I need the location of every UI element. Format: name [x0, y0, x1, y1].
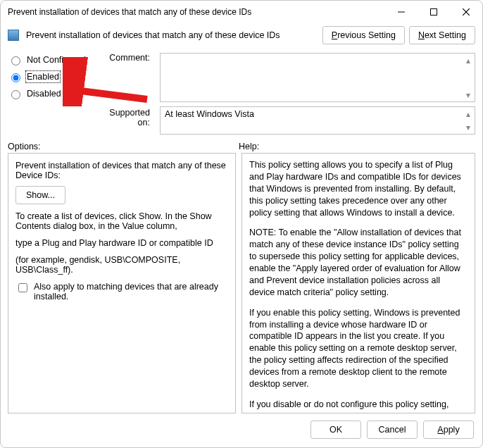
policy-icon [8, 30, 19, 41]
also-apply-checkbox[interactable] [18, 283, 27, 292]
scroll-down-icon[interactable]: ▾ [463, 122, 473, 132]
help-p1: This policy setting allows you to specif… [249, 159, 468, 218]
options-desc-1: To create a list of devices, click Show.… [15, 211, 228, 231]
help-p3: If you enable this policy setting, Windo… [249, 307, 468, 390]
footer: OK Cancel Apply [1, 413, 482, 447]
scroll-up-icon[interactable]: ▴ [463, 108, 473, 119]
next-setting-button[interactable]: Next Setting [409, 26, 475, 44]
options-heading: Options: [8, 142, 239, 151]
config-section: Not Configured Enabled Disabled Comment:… [1, 50, 482, 135]
radio-not-configured-input[interactable] [11, 56, 20, 66]
supported-on-text: At least Windows Vista [165, 109, 254, 119]
comment-textarea[interactable]: ▴ ▾ [160, 53, 475, 102]
svg-rect-1 [431, 9, 437, 15]
show-button[interactable]: Show... [15, 186, 65, 204]
previous-setting-button[interactable]: Previous Setting [322, 26, 405, 44]
options-pane: Prevent installation of devices that mat… [8, 153, 236, 413]
supported-label: Supported on: [99, 108, 150, 127]
scroll-down-icon[interactable]: ▾ [463, 89, 473, 100]
radio-disabled-label: Disabled [27, 89, 61, 99]
minimize-button[interactable] [385, 1, 418, 23]
radio-disabled[interactable]: Disabled [8, 88, 92, 99]
options-heading-text: Prevent installation of devices that mat… [15, 161, 228, 180]
help-heading: Help: [239, 142, 259, 151]
help-p2: NOTE: To enable the "Allow installation … [249, 227, 468, 298]
window-title: Prevent installation of devices that mat… [8, 7, 385, 17]
radio-not-configured[interactable]: Not Configured [8, 54, 92, 66]
radio-enabled[interactable]: Enabled [8, 71, 92, 82]
radio-not-configured-label: Not Configured [27, 55, 86, 65]
header: Prevent installation of devices that mat… [1, 23, 482, 50]
options-desc-3: (for example, gendisk, USB\COMPOSITE, US… [15, 255, 228, 275]
radio-enabled-input[interactable] [11, 73, 20, 82]
supported-on-box: At least Windows Vista ▴ ▾ [160, 106, 475, 135]
options-desc-2: type a Plug and Play hardware ID or comp… [15, 238, 228, 248]
maximize-button[interactable] [418, 1, 450, 23]
close-button[interactable] [450, 1, 482, 23]
header-title: Prevent installation of devices that mat… [26, 30, 315, 40]
scroll-up-icon[interactable]: ▴ [463, 55, 473, 66]
help-p4: If you disable or do not configure this … [249, 399, 468, 413]
ok-button[interactable]: OK [310, 421, 361, 439]
radio-disabled-input[interactable] [11, 90, 20, 99]
apply-button[interactable]: Apply [423, 421, 474, 439]
policy-dialog: Prevent installation of devices that mat… [0, 0, 483, 448]
help-pane[interactable]: This policy setting allows you to specif… [242, 153, 475, 413]
cancel-button[interactable]: Cancel [367, 421, 418, 439]
comment-label: Comment: [99, 53, 150, 73]
also-apply-row[interactable]: Also apply to matching devices that are … [15, 282, 228, 301]
titlebar: Prevent installation of devices that mat… [1, 1, 482, 23]
window-controls [385, 1, 482, 23]
also-apply-label: Also apply to matching devices that are … [34, 282, 228, 301]
radio-enabled-label: Enabled [27, 72, 59, 82]
